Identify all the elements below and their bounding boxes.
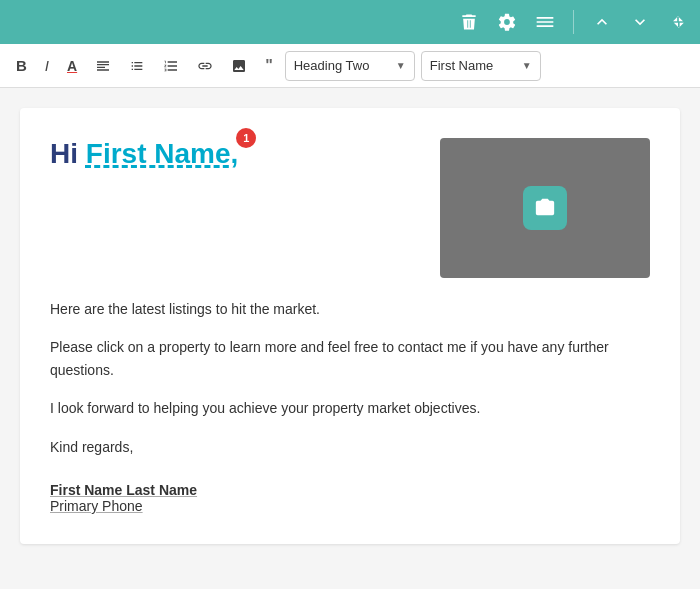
notification-badge: 1 [236,128,256,148]
trash-icon[interactable] [459,12,479,32]
settings-icon[interactable] [497,12,517,32]
top-toolbar [0,0,700,44]
email-card: Hi First Name, 1 Here are the latest lis… [20,108,680,544]
greeting-prefix: Hi [50,138,86,169]
email-header-row: Hi First Name, 1 [50,138,650,278]
quote-button[interactable]: " [259,53,279,79]
image-insert-button[interactable] [225,54,253,78]
chevron-up-icon[interactable] [592,12,612,32]
camera-icon [523,186,567,230]
body-paragraph-2: Please click on a property to learn more… [50,336,650,381]
italic-button[interactable]: I [39,53,55,78]
heading-select-arrow: ▼ [396,60,406,71]
merge-field-select-value: First Name [430,58,494,73]
layers-icon[interactable] [535,12,555,32]
bold-button[interactable]: B [10,53,33,78]
toolbar-divider [573,10,574,34]
ordered-list-button[interactable] [157,54,185,78]
link-button[interactable] [191,54,219,78]
body-paragraph-1: Here are the latest listings to hit the … [50,298,650,320]
unordered-list-button[interactable] [123,54,151,78]
greeting: Hi First Name, 1 [50,138,238,170]
move-icon[interactable] [668,12,688,32]
heading-select-value: Heading Two [294,58,370,73]
body-paragraph-4: Kind regards, [50,436,650,458]
body-paragraph-3: I look forward to helping you achieve yo… [50,397,650,419]
merge-field-select-arrow: ▼ [522,60,532,71]
align-button[interactable] [89,54,117,78]
merge-field-select[interactable]: First Name ▼ [421,51,541,81]
heading-select[interactable]: Heading Two ▼ [285,51,415,81]
greeting-merge-field[interactable]: First Name, [86,138,239,169]
signature: First Name Last Name Primary Phone [50,482,650,514]
signature-name: First Name Last Name [50,482,650,498]
font-color-button[interactable]: A [61,54,83,78]
format-toolbar: B I A " Heading Two ▼ First Name ▼ [0,44,700,88]
image-placeholder[interactable] [440,138,650,278]
chevron-down-icon[interactable] [630,12,650,32]
main-area: Hi First Name, 1 Here are the latest lis… [0,88,700,589]
signature-phone: Primary Phone [50,498,650,514]
